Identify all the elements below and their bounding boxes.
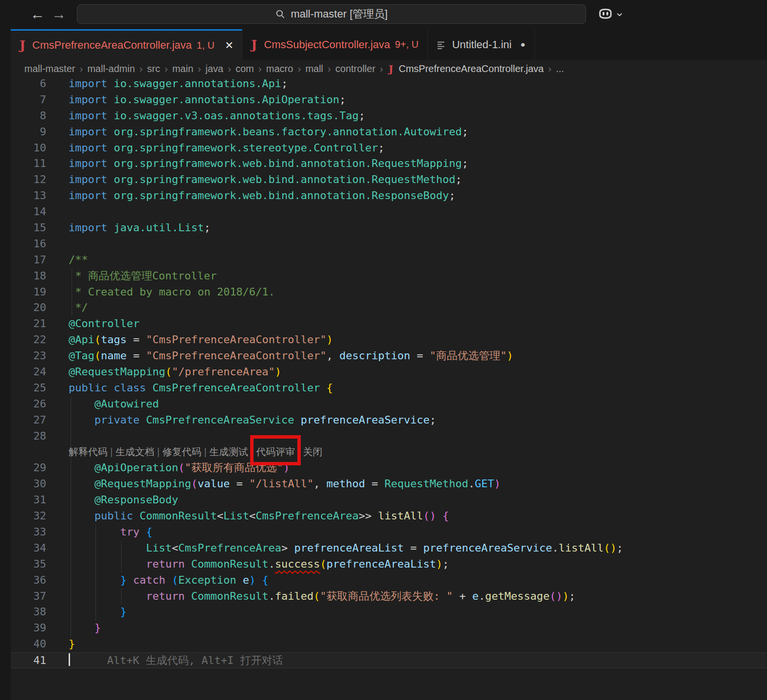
codelens-separator: | (154, 446, 162, 457)
breadcrumb-item[interactable]: controller (335, 63, 375, 74)
unsaved-dot-icon[interactable]: ● (520, 40, 525, 50)
chevron-right-icon: › (139, 63, 143, 74)
tab-untitled-ini[interactable]: Untitled-1.ini ● (428, 29, 535, 60)
tab-badge: 1, U (197, 40, 215, 51)
code-line[interactable]: 29 @ApiOperation("获取所有商品优选") (0, 460, 767, 476)
close-icon[interactable]: × (225, 40, 233, 50)
chevron-right-icon: › (380, 63, 383, 74)
code-line[interactable]: 28 (0, 428, 767, 444)
code-line[interactable]: 40} (0, 636, 767, 652)
code-line[interactable]: 16 (0, 236, 767, 252)
codelens-separator: | (201, 446, 209, 457)
inline-hint-text: Alt+K 生成代码, Alt+I 打开对话 (107, 654, 283, 666)
codelens-action[interactable]: 代码评审 (256, 446, 295, 457)
breadcrumb-item[interactable]: mall-master (24, 63, 75, 74)
chevron-right-icon: › (198, 63, 201, 74)
search-icon (275, 9, 286, 19)
breadcrumb-item[interactable]: mall (305, 63, 323, 74)
breadcrumb-item[interactable]: src (147, 63, 160, 74)
breadcrumb-item[interactable]: mall-admin (87, 63, 135, 74)
breadcrumb-file[interactable]: CmsPrefrenceAreaController.java (399, 63, 544, 74)
code-line[interactable]: 8import io.swagger.v3.oas.annotations.ta… (0, 108, 767, 124)
chevron-down-icon (615, 10, 624, 19)
text-cursor (69, 653, 70, 666)
forward-arrow-button[interactable]: → (52, 0, 66, 29)
code-line[interactable]: 39 } (0, 620, 767, 636)
code-line[interactable]: 14 (0, 204, 767, 220)
code-line[interactable]: 34 List<CmsPrefrenceArea> prefrenceAreaL… (0, 540, 767, 556)
code-line[interactable]: 23@Tag(name = "CmsPrefrenceAreaControlle… (0, 348, 767, 364)
code-line[interactable]: 11import org.springframework.web.bind.an… (0, 156, 767, 172)
command-center-search[interactable]: mall-master [管理员] (77, 4, 586, 24)
tabbar-left-spacer (0, 29, 11, 60)
code-line[interactable]: 19 * Created by macro on 2018/6/1. (0, 284, 767, 300)
java-file-icon: J (388, 63, 393, 75)
vscode-window: ← → mall-master [管理员] J CmsPrefrenceArea… (0, 0, 767, 700)
code-line[interactable]: 12import org.springframework.web.bind.an… (0, 172, 767, 188)
breadcrumb-item[interactable]: main (172, 63, 193, 74)
tab-badge: 9+, U (395, 39, 419, 50)
code-line[interactable]: 36 } catch (Exception e) { (0, 572, 767, 589)
code-line[interactable]: 33 try { (0, 524, 767, 540)
code-line[interactable]: 10import org.springframework.stereotype.… (0, 140, 767, 156)
chevron-right-icon: › (79, 63, 83, 74)
codelens-separator: | (108, 446, 115, 457)
code-line[interactable]: 32 public CommonResult<List<CmsPrefrence… (0, 508, 767, 524)
java-file-icon: J (19, 38, 25, 53)
editor-rows: 6import io.swagger.annotations.Api;7impo… (0, 76, 767, 668)
code-line[interactable]: 22@Api(tags = "CmsPrefrenceAreaControlle… (0, 332, 767, 348)
breadcrumb-item[interactable]: java (205, 63, 223, 74)
code-line[interactable]: 37 return CommonResult.failed("获取商品优选列表失… (0, 589, 767, 605)
code-line[interactable]: 41Alt+K 生成代码, Alt+I 打开对话 (0, 652, 767, 668)
codelens-action[interactable]: 解释代码 (69, 446, 108, 457)
codelens-action[interactable]: 生成测试 (209, 446, 248, 457)
code-line[interactable]: 17/** (0, 252, 767, 268)
code-line[interactable]: 24@RequestMapping("/prefrenceArea") (0, 364, 767, 380)
code-line[interactable]: 9import org.springframework.beans.factor… (0, 124, 767, 140)
code-line[interactable]: 20 */ (0, 300, 767, 316)
tab-cms-subject-controller[interactable]: J CmsSubjectController.java 9+, U (242, 29, 428, 60)
editor[interactable]: 6import io.swagger.annotations.Api;7impo… (0, 76, 767, 700)
chevron-right-icon: › (328, 63, 331, 74)
codelens-action[interactable]: 关闭 (303, 446, 323, 457)
tab-bar: J CmsPrefrenceAreaController.java 1, U ×… (0, 29, 767, 60)
codelens-row[interactable]: 解释代码 | 生成文档 | 修复代码 | 生成测试 | 代码评审 | 关闭 (0, 444, 767, 460)
chevron-right-icon: › (228, 63, 231, 74)
tab-label: CmsSubjectController.java (264, 38, 390, 51)
code-line[interactable]: 30 @RequestMapping(value = "/listAll", m… (0, 476, 767, 492)
back-arrow-button[interactable]: ← (30, 0, 45, 29)
codelens-action[interactable]: 修复代码 (163, 446, 201, 457)
code-line[interactable]: 27 private CmsPrefrenceAreaService prefr… (0, 412, 767, 428)
tab-cms-prefrence-area-controller[interactable]: J CmsPrefrenceAreaController.java 1, U × (11, 29, 242, 60)
code-line[interactable]: 18 * 商品优选管理Controller (0, 268, 767, 284)
chevron-right-icon: › (258, 63, 262, 74)
breadcrumb-more[interactable]: ... (556, 63, 564, 74)
code-line[interactable]: 7import io.swagger.annotations.ApiOperat… (0, 92, 767, 108)
code-line[interactable]: 25public class CmsPrefrenceAreaControlle… (0, 380, 767, 396)
code-line[interactable]: 26 @Autowired (0, 396, 767, 412)
copilot-icon (597, 6, 614, 23)
codelens-separator: | (248, 446, 256, 457)
code-line[interactable]: 38 } (0, 604, 767, 620)
java-file-icon: J (251, 37, 257, 52)
tab-label: CmsPrefrenceAreaController.java (32, 39, 192, 52)
search-text: mall-master [管理员] (291, 7, 387, 21)
chevron-right-icon: › (297, 63, 301, 74)
copilot-menu-button[interactable] (597, 6, 624, 23)
breadcrumb: mall-master›mall-admin›src›main›java›com… (11, 60, 767, 77)
editor-left-margin (0, 29, 11, 700)
chevron-right-icon: › (164, 63, 168, 74)
codelens-action[interactable]: 生成文档 (115, 446, 154, 457)
breadcrumb-item[interactable]: com (236, 63, 254, 74)
tab-label: Untitled-1.ini (452, 38, 511, 51)
code-line[interactable]: 13import org.springframework.web.bind.an… (0, 188, 767, 204)
code-line[interactable]: 15import java.util.List; (0, 220, 767, 236)
breadcrumb-item[interactable]: macro (266, 63, 293, 74)
chevron-right-icon: › (548, 63, 551, 74)
code-line[interactable]: 21@Controller (0, 316, 767, 332)
ini-file-icon (437, 40, 446, 50)
code-line[interactable]: 35 return CommonResult.success(prefrence… (0, 556, 767, 572)
code-line[interactable]: 31 @ResponseBody (0, 492, 767, 508)
codelens-separator: | (295, 446, 303, 457)
code-line[interactable]: 6import io.swagger.annotations.Api; (0, 76, 767, 92)
